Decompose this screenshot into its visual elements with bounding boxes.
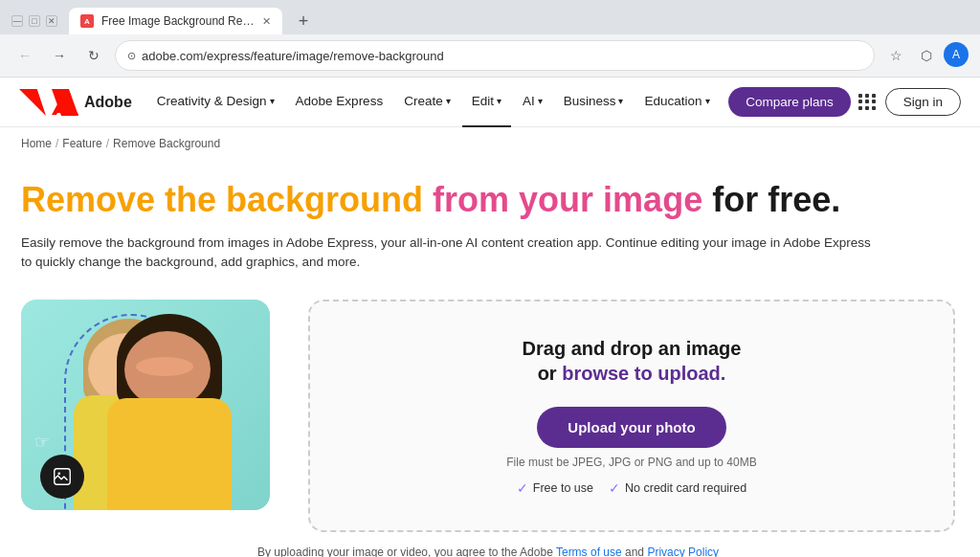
breadcrumb-sep-2: / <box>106 137 109 150</box>
chevron-down-icon: ▾ <box>705 96 710 106</box>
upload-badges: ✓ Free to use ✓ No credit card required <box>517 480 746 496</box>
chevron-down-icon: ▾ <box>618 96 623 106</box>
chevron-down-icon: ▾ <box>446 96 451 106</box>
window-controls: — □ ✕ <box>11 15 57 27</box>
tab-favicon: A <box>80 14 94 28</box>
adobe-logo-icon <box>19 89 46 116</box>
forward-button[interactable]: → <box>46 42 73 69</box>
svg-point-11 <box>57 472 60 475</box>
hero-title: Remove the background from your image fo… <box>21 179 955 220</box>
adobe-nav: Adobe Creativity & Design ▾ Adobe Expres… <box>0 78 980 127</box>
hero-subtitle: Easily remove the background from images… <box>21 234 882 273</box>
nav-adobe-express[interactable]: Adobe Express <box>286 78 393 127</box>
toolbar-actions: ☆ ⬡ A <box>882 42 969 69</box>
photo-badge <box>40 455 84 499</box>
hero-title-orange: Remove the background <box>21 180 433 219</box>
chevron-down-icon: ▾ <box>270 96 275 106</box>
hero-title-dark: for free. <box>712 180 840 219</box>
upload-browse-link[interactable]: browse to upload. <box>562 363 725 384</box>
nav-business[interactable]: Business ▾ <box>554 78 634 127</box>
nav-education[interactable]: Education ▾ <box>635 78 719 127</box>
badge2-label: No credit card required <box>625 481 746 495</box>
image-icon <box>52 466 73 487</box>
chevron-down-icon: ▾ <box>538 96 543 106</box>
cursor-icon: ☞ <box>34 432 50 453</box>
address-bar[interactable]: ⊙ adobe.com/express/feature/image/remove… <box>115 40 875 71</box>
browser-tab[interactable]: A Free Image Background Remo... ✕ <box>69 8 282 34</box>
chevron-down-icon: ▾ <box>497 96 501 106</box>
nav-menu: Creativity & Design ▾ Adobe Express Crea… <box>147 78 721 127</box>
upload-file-note: File must be JPEG, JPG or PNG and up to … <box>506 456 756 469</box>
no-credit-card-badge: ✓ No credit card required <box>609 480 746 496</box>
privacy-policy-link[interactable]: Privacy Policy <box>647 546 719 557</box>
extensions-button[interactable]: ⬡ <box>913 42 940 69</box>
content-area: ☞ Drag and drop an image or browse t <box>21 300 955 532</box>
new-tab-button[interactable]: + <box>290 8 317 34</box>
photo-simulation: ☞ <box>21 300 270 510</box>
tab-close-button[interactable]: ✕ <box>262 15 271 28</box>
tab-title: Free Image Background Remo... <box>101 14 255 28</box>
adobe-logo[interactable]: Adobe <box>19 89 132 116</box>
breadcrumb-feature-link[interactable]: Feature <box>62 137 101 150</box>
upload-photo-button[interactable]: Upload your photo <box>537 407 725 448</box>
free-to-use-badge: ✓ Free to use <box>517 480 593 496</box>
maximize-button[interactable]: □ <box>29 15 40 27</box>
check-icon-1: ✓ <box>517 480 528 496</box>
apps-grid-icon[interactable] <box>858 94 876 111</box>
check-icon-2: ✓ <box>609 480 620 496</box>
browser-chrome: — □ ✕ A Free Image Background Remo... ✕ … <box>0 0 980 78</box>
breadcrumb: Home / Feature / Remove Background <box>0 127 980 160</box>
hero-title-pink: from your image <box>433 180 702 219</box>
nav-create[interactable]: Create ▾ <box>394 78 460 127</box>
badge1-label: Free to use <box>533 481 593 495</box>
bookmark-button[interactable]: ☆ <box>882 42 909 69</box>
nav-ai[interactable]: AI ▾ <box>513 78 552 127</box>
upload-footer: By uploading your image or video, you ag… <box>21 546 955 557</box>
nav-cta-area: Compare plans <box>728 87 851 117</box>
close-button[interactable]: ✕ <box>46 15 57 27</box>
browser-toolbar: ← → ↻ ⊙ adobe.com/express/feature/image/… <box>0 34 980 77</box>
image-preview: ☞ <box>21 300 270 510</box>
adobe-a-logo <box>52 89 78 116</box>
page-content: Adobe Creativity & Design ▾ Adobe Expres… <box>0 78 980 557</box>
back-button[interactable]: ← <box>11 42 38 69</box>
breadcrumb-sep-1: / <box>56 137 58 150</box>
breadcrumb-home-link[interactable]: Home <box>21 137 52 150</box>
upload-drag-text: Drag and drop an image or browse to uplo… <box>523 336 742 386</box>
sign-in-button[interactable]: Sign in <box>885 88 961 116</box>
breadcrumb-current: Remove Background <box>113 137 220 150</box>
nav-creativity-design[interactable]: Creativity & Design ▾ <box>147 78 284 127</box>
security-icon: ⊙ <box>127 50 136 62</box>
nav-right: Sign in <box>858 88 961 116</box>
main-content: Remove the background from your image fo… <box>0 160 976 557</box>
refresh-button[interactable]: ↻ <box>80 42 107 69</box>
browser-titlebar: — □ ✕ A Free Image Background Remo... ✕ … <box>0 0 980 34</box>
footer-and: and <box>625 546 644 557</box>
address-url: adobe.com/express/feature/image/remove-b… <box>142 49 862 63</box>
compare-plans-button[interactable]: Compare plans <box>728 87 851 117</box>
nav-edit[interactable]: Edit ▾ <box>462 78 511 127</box>
adobe-wordmark: Adobe <box>84 94 132 111</box>
footer-text: By uploading your image or video, you ag… <box>257 546 553 557</box>
upload-dropzone[interactable]: Drag and drop an image or browse to uplo… <box>308 300 955 532</box>
terms-of-use-link[interactable]: Terms of use <box>556 546 622 557</box>
minimize-button[interactable]: — <box>11 15 23 27</box>
profile-avatar[interactable]: A <box>944 42 969 67</box>
